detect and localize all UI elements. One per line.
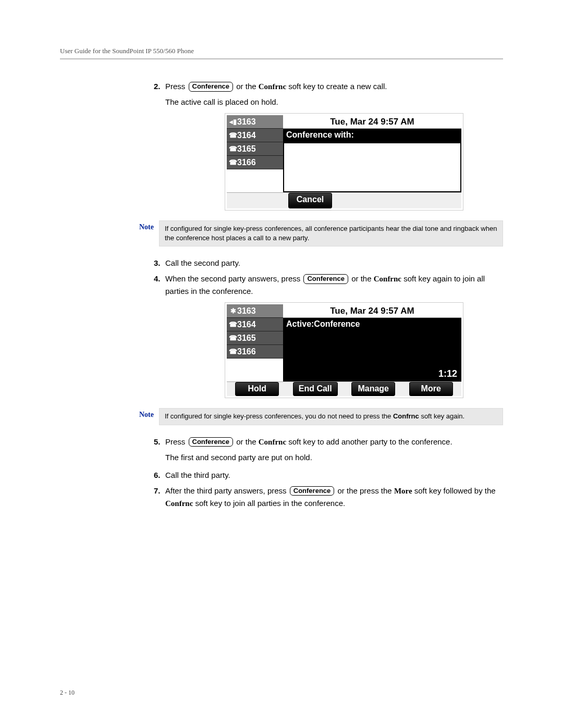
step-text: soft key to join all parties in the conf… xyxy=(193,499,345,508)
running-header: User Guide for the SoundPoint IP 550/560… xyxy=(60,47,503,59)
conference-hardkey-icon: Conference xyxy=(303,274,348,284)
line-key-column: ✱3163 ☎3164 ☎3165 ☎3166 xyxy=(227,304,283,381)
step-body: Call the third party. xyxy=(165,469,503,482)
step-number: 3. xyxy=(154,257,165,269)
phone-icon: ☎ xyxy=(229,131,237,139)
line-key: ☎3166 xyxy=(227,156,283,169)
screen-body xyxy=(283,142,461,192)
datetime-bar: Tue, Mar 24 9:57 AM xyxy=(283,304,461,318)
step-body: Call the second party. xyxy=(165,257,503,269)
line-key: ◂▮3163 xyxy=(227,115,283,129)
softkey-hold: Hold xyxy=(235,382,279,396)
step-3: 3. Call the second party. xyxy=(154,257,503,269)
softkey-name: Confrnc xyxy=(259,82,286,91)
softkey-name: Confrnc xyxy=(165,499,193,508)
active-line-icon: ◂▮ xyxy=(229,118,237,126)
step-number: 2. xyxy=(154,80,165,93)
conference-hardkey-icon: Conference xyxy=(290,486,335,496)
step-text: or the press the xyxy=(337,486,394,495)
note-text: If configured for single key-press confe… xyxy=(165,412,393,420)
screen-title: Conference with: xyxy=(283,129,461,142)
step-5-sub: The first and second party are put on ho… xyxy=(165,451,503,464)
step-6: 6. Call the third party. xyxy=(154,469,503,482)
line-key: ☎3165 xyxy=(227,331,283,345)
screen-body: 1:12 xyxy=(283,331,461,381)
softkey-manage: Manage xyxy=(351,382,395,396)
note-2: Note If configured for single key-press … xyxy=(123,408,503,425)
step-text: Press xyxy=(165,437,188,446)
datetime-bar: Tue, Mar 24 9:57 AM xyxy=(283,115,461,129)
step-text: soft key followed by the xyxy=(412,486,496,495)
page: User Guide for the SoundPoint IP 550/560… xyxy=(0,0,563,728)
step-text: soft key to add another party to the con… xyxy=(286,437,452,446)
line-key: ☎3165 xyxy=(227,142,283,156)
screen-title: Active:Conference xyxy=(283,318,461,331)
step-body: Press Conference or the Confrnc soft key… xyxy=(165,80,503,93)
line-number: 3164 xyxy=(237,320,256,329)
step-7: 7. After the third party answers, press … xyxy=(154,485,503,510)
softkey-row: Hold End Call Manage More xyxy=(227,381,461,396)
softkey-end-call: End Call xyxy=(293,382,338,396)
step-number: 4. xyxy=(154,273,165,285)
note-body: If configured for single key-press confe… xyxy=(159,408,503,425)
conference-icon: ✱ xyxy=(229,307,237,315)
line-number: 3163 xyxy=(237,117,256,127)
softkey-name: More xyxy=(394,487,412,495)
line-key: ☎3164 xyxy=(227,318,283,331)
step-text: or the xyxy=(236,82,259,91)
phone-screen: ✱3163 ☎3164 ☎3165 ☎3166 Tue, Mar 24 9:57… xyxy=(225,303,463,398)
step-text: After the third party answers, press xyxy=(165,486,289,495)
phone-icon: ☎ xyxy=(229,348,237,355)
step-text: soft key to create a new call. xyxy=(286,82,387,91)
line-key: ☎3164 xyxy=(227,129,283,142)
line-key: ✱3163 xyxy=(227,304,283,318)
softkey-cancel: Cancel xyxy=(288,193,332,208)
call-timer: 1:12 xyxy=(438,368,457,379)
note-text: soft key again. xyxy=(419,412,464,420)
line-number: 3165 xyxy=(237,144,256,154)
note-label: Note xyxy=(123,220,154,231)
content-area: 2. Press Conference or the Confrnc soft … xyxy=(154,80,503,510)
step-2: 2. Press Conference or the Confrnc soft … xyxy=(154,80,503,93)
line-key: ☎3166 xyxy=(227,345,283,359)
step-number: 5. xyxy=(154,436,165,448)
softkey-name: Confrnc xyxy=(259,438,286,446)
step-text: or the xyxy=(351,274,374,283)
phone-icon: ☎ xyxy=(229,145,237,153)
phone-icon: ☎ xyxy=(229,320,237,328)
phone-icon: ☎ xyxy=(229,334,237,342)
step-body: When the second party answers, press Con… xyxy=(165,273,503,298)
step-2-sub: The active call is placed on hold. xyxy=(165,96,503,108)
conference-hardkey-icon: Conference xyxy=(189,82,234,92)
note-1: Note If configured for single key-press … xyxy=(123,220,503,246)
step-4: 4. When the second party answers, press … xyxy=(154,273,503,298)
step-number: 7. xyxy=(154,485,165,497)
phone-main-area: Tue, Mar 24 9:57 AM Conference with: xyxy=(283,115,461,192)
step-body: Press Conference or the Confrnc soft key… xyxy=(165,436,503,448)
step-text: When the second party answers, press xyxy=(165,274,302,283)
phone-icon: ☎ xyxy=(229,158,237,166)
line-key-column: ◂▮3163 ☎3164 ☎3165 ☎3166 xyxy=(227,115,283,192)
note-body: If configured for single key-press confe… xyxy=(159,220,503,246)
phone-screen: ◂▮3163 ☎3164 ☎3165 ☎3166 Tue, Mar 24 9:5… xyxy=(225,114,463,210)
line-number: 3164 xyxy=(237,131,256,140)
step-text: or the xyxy=(236,437,259,446)
line-number: 3163 xyxy=(237,306,256,316)
step-text: Press xyxy=(165,82,188,91)
line-number: 3166 xyxy=(237,347,256,356)
line-number: 3165 xyxy=(237,334,256,343)
softkey-name: Confrnc xyxy=(374,275,401,283)
note-bold: Confrnc xyxy=(393,412,419,420)
line-number: 3166 xyxy=(237,158,256,167)
softkey-row: Cancel xyxy=(227,192,461,208)
page-number: 2 - 10 xyxy=(60,689,75,697)
conference-hardkey-icon: Conference xyxy=(189,437,234,447)
note-label: Note xyxy=(123,408,154,419)
step-5: 5. Press Conference or the Confrnc soft … xyxy=(154,436,503,448)
step-body: After the third party answers, press Con… xyxy=(165,485,503,510)
phone-main-area: Tue, Mar 24 9:57 AM Active:Conference 1:… xyxy=(283,304,461,381)
phone-screenshot-1: ◂▮3163 ☎3164 ☎3165 ☎3166 Tue, Mar 24 9:5… xyxy=(185,114,503,210)
phone-screenshot-2: ✱3163 ☎3164 ☎3165 ☎3166 Tue, Mar 24 9:57… xyxy=(185,303,503,398)
step-number: 6. xyxy=(154,469,165,482)
softkey-more: More xyxy=(409,382,453,396)
